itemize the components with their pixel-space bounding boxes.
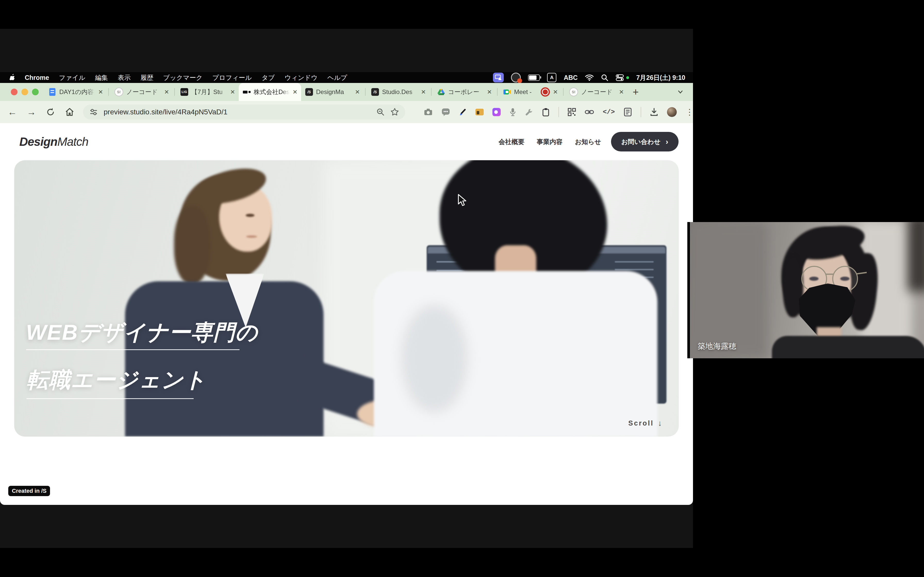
participant-glasses-bridge [826,274,833,275]
wc-bg-right-dark [908,222,924,292]
forward-button[interactable]: → [26,106,37,118]
created-in-studio-badge[interactable]: Created in /S [8,486,50,496]
s-circle-icon: S! [569,88,578,96]
input-source-label[interactable]: ABC [564,74,577,81]
browser-menu-icon[interactable]: ⋮ [685,107,694,117]
input-source-icon[interactable]: A [547,73,556,82]
tab-divider [497,88,498,96]
menu-bar-left: Chrome ファイル 編集 表示 履歴 ブックマーク プロフィール タブ ウィ… [0,73,347,82]
close-tab-icon[interactable]: ✕ [619,89,624,95]
menu-bar-datetime[interactable]: 7月26日(土) 9:10 [636,73,685,82]
google-meet-icon [503,88,511,96]
tab-label: 【7月】Stu [191,88,227,96]
hero-underline-1 [26,349,239,350]
reload-button[interactable] [45,107,56,117]
tab-divider [563,88,564,96]
webpage-preview: DesignMatch 会社概要 事業内容 お知らせ お問い合わせ › [0,123,693,505]
nav-business[interactable]: 事業内容 [537,137,562,146]
close-tab-icon[interactable]: ✕ [553,89,558,95]
profile-avatar[interactable] [667,107,677,117]
tab-meet[interactable]: Meet - ✕ [499,85,562,99]
qr-extension-icon[interactable] [568,108,576,116]
menu-history[interactable]: 履歴 [141,73,153,82]
menu-tab[interactable]: タブ [262,73,275,82]
minimize-window-button[interactable] [21,89,28,95]
arrow-down-icon: ↓ [658,419,662,427]
participant-name-label: 築地海露穂 [698,341,736,351]
tab-studio-design[interactable]: /S Studio.Des ✕ [367,85,430,99]
tab-designmatch[interactable]: /S DesignMa ✕ [301,85,363,99]
studio-icon: /S [371,88,379,96]
google-docs-icon [48,88,56,96]
close-tab-icon[interactable]: ✕ [292,89,297,95]
contact-button[interactable]: お問い合わせ › [611,132,678,152]
close-tab-icon[interactable]: ✕ [487,89,492,95]
menu-help[interactable]: ヘルプ [328,73,347,82]
close-tab-icon[interactable]: ✕ [164,89,169,95]
home-button[interactable] [64,107,75,117]
spotlight-search-icon[interactable] [601,74,608,81]
tab-divider [431,88,431,96]
clipboard-extension-icon[interactable] [542,108,550,116]
new-tab-button[interactable]: + [633,86,639,98]
pen-extension-icon[interactable] [459,108,467,116]
tab-july-studio[interactable]: LIG 【7月】Stu ✕ [176,85,239,99]
lig-icon: LIG [181,88,188,96]
tab-label: DAY1の内容 [59,88,95,96]
tab-search-chevron-icon[interactable] [677,89,684,95]
close-tab-icon[interactable]: ✕ [355,89,360,95]
status-green-dot [626,76,629,79]
menu-profiles[interactable]: プロフィール [212,73,252,82]
created-badge-label: Created in /S [12,488,47,494]
close-tab-icon[interactable]: ✕ [98,89,103,95]
toolbar-divider [641,107,641,117]
participant-video-tile[interactable]: 築地海露穂 [687,222,924,358]
tool-extension-icon[interactable] [525,108,533,116]
purple-extension-icon[interactable] [493,108,501,116]
zoom-icon[interactable] [376,108,384,116]
hero-headline-1: WEBデザイナー専門の [26,318,258,347]
woman-hair-side [174,206,210,284]
site-settings-icon[interactable] [89,108,98,116]
menu-app-name[interactable]: Chrome [25,74,49,81]
tab-corporate-drive[interactable]: コーポレー ✕ [433,85,496,99]
downloads-icon[interactable] [650,108,658,116]
menu-window[interactable]: ウィンドウ [284,73,318,82]
battery-icon[interactable] [528,74,540,81]
menu-view[interactable]: 表示 [118,73,131,82]
menu-file[interactable]: ファイル [59,73,85,82]
address-bar[interactable]: preview.studio.site/live/4Ra4pN5VaD/1 [83,105,405,119]
nav-company[interactable]: 会社概要 [499,137,524,146]
site-header: DesignMatch 会社概要 事業内容 お知らせ お問い合わせ › [0,123,693,160]
close-window-button[interactable] [11,89,18,95]
studio-icon: /S [305,88,313,96]
site-logo[interactable]: DesignMatch [19,135,89,148]
tab-nocode-1[interactable]: S! ノーコード ✕ [110,85,173,99]
bookmark-star-icon[interactable] [390,108,399,116]
scroll-indicator: Scroll ↓ [628,419,662,427]
url-text[interactable]: preview.studio.site/live/4Ra4pN5VaD/1 [103,108,371,116]
back-button[interactable]: ← [7,106,18,118]
code-extension-icon[interactable]: </> [603,108,615,116]
menu-edit[interactable]: 編集 [95,73,108,82]
folder-extension-icon[interactable] [475,109,484,115]
chat-bubble-extension-icon[interactable] [441,108,450,116]
tab-active-kabushiki[interactable]: 株式会社Des ✕ [239,83,301,101]
nav-news[interactable]: お知らせ [575,137,601,146]
screen-sharing-status-icon[interactable] [493,73,504,82]
tab-nocode-2[interactable]: S! ノーコード ✕ [565,85,627,99]
reading-list-extension-icon[interactable] [624,108,632,116]
zoom-window-button[interactable] [32,89,39,95]
link-extension-icon[interactable] [585,110,594,114]
menu-bookmarks[interactable]: ブックマーク [163,73,203,82]
control-center-icon[interactable] [615,73,629,82]
wifi-icon[interactable] [585,74,594,81]
close-tab-icon[interactable]: ✕ [230,89,235,95]
camera-extension-icon[interactable] [424,108,433,116]
microphone-extension-icon[interactable] [509,108,516,116]
close-tab-icon[interactable]: ✕ [421,89,426,95]
site-nav: 会社概要 事業内容 お知らせ [499,137,601,146]
recording-status-icon[interactable] [511,73,521,82]
tab-day1[interactable]: DAY1の内容 ✕ [44,85,107,99]
s-circle-icon: S! [115,88,123,96]
